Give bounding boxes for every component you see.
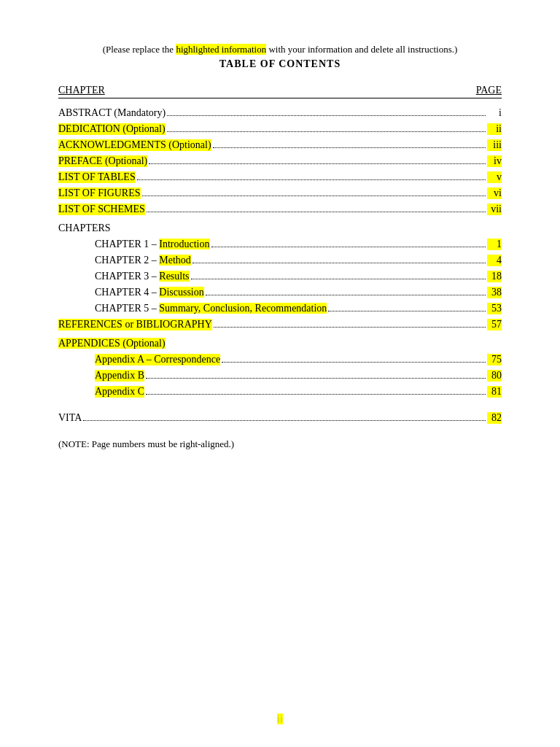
toc-dots-list-schemes	[147, 212, 486, 212]
toc-dots-appendixa	[222, 362, 486, 363]
toc-page-list-tables: v	[487, 171, 502, 183]
toc-dots-acknowledgments	[213, 147, 486, 148]
toc-page-list-figures: vi	[487, 187, 502, 199]
toc-dots-list-figures	[142, 196, 486, 196]
toc-entry-list-tables: LIST OF TABLES v	[58, 171, 502, 183]
toc-label-references: REFERENCES or BIBLIOGRAPHY	[58, 319, 212, 330]
toc-entry-preface: PREFACE (Optional) iv	[58, 155, 502, 167]
toc-page-abstract: i	[487, 107, 502, 119]
toc-label-chapter1-highlight: Introduction	[159, 239, 209, 249]
toc-label-chapter2-highlight: Method	[159, 255, 191, 266]
toc-label-chapter4: CHAPTER 4 – Discussion	[95, 287, 204, 298]
toc-dots-list-tables	[137, 179, 486, 180]
instruction-prefix: (Please replace the	[103, 44, 176, 55]
toc-page-references: 57	[487, 319, 502, 330]
toc-dots-chapter1	[211, 247, 486, 247]
toc-page-acknowledgments: iii	[487, 139, 502, 151]
toc-dots-abstract	[167, 115, 486, 116]
page-footer: ii	[0, 713, 560, 725]
toc-dots-chapter2	[192, 263, 486, 263]
toc-dots-references	[214, 327, 486, 328]
appendices-header: APPENDICES (Optional)	[58, 338, 502, 349]
toc-label-list-figures: LIST OF FIGURES	[58, 187, 141, 199]
toc-label-chapter2: CHAPTER 2 – Method	[95, 255, 191, 266]
page-title: TABLE OF CONTENTS	[58, 58, 502, 70]
toc-label-acknowledgments: ACKNOWLEDGMENTS (Optional)	[58, 139, 211, 151]
toc-label-preface: PREFACE (Optional)	[58, 155, 147, 167]
footer-note: (NOTE: Page numbers must be right-aligne…	[58, 438, 502, 450]
toc-label-chapter3: CHAPTER 3 – Results	[95, 271, 190, 282]
chapters-list: CHAPTER 1 – Introduction 1 CHAPTER 2 – M…	[58, 239, 502, 314]
toc-label-appendixa: Appendix A – Correspondence	[95, 354, 220, 365]
appendices-list: Appendix A – Correspondence 75 Appendix …	[58, 354, 502, 398]
toc-entry-chapter3: CHAPTER 3 – Results 18	[95, 271, 502, 282]
toc-entry-chapter5: CHAPTER 5 – Summary, Conclusion, Recomme…	[95, 303, 502, 314]
toc-page-chapter1: 1	[487, 239, 502, 250]
page-number: ii	[277, 713, 283, 724]
instruction-suffix: with your information and delete all ins…	[266, 44, 457, 55]
toc-page-chapter4: 38	[487, 287, 502, 298]
page: (Please replace the highlighted informat…	[0, 0, 560, 747]
toc-entry-chapter1: CHAPTER 1 – Introduction 1	[95, 239, 502, 250]
toc-entry-appendixc: Appendix C 81	[95, 386, 502, 398]
toc-entry-chapter2: CHAPTER 2 – Method 4	[95, 255, 502, 266]
toc-label-chapter5: CHAPTER 5 – Summary, Conclusion, Recomme…	[95, 303, 327, 314]
toc-page-preface: iv	[487, 155, 502, 167]
toc-page-chapter5: 53	[487, 303, 502, 314]
toc-label-chapter1: CHAPTER 1 – Introduction	[95, 239, 210, 250]
toc-label-vita: VITA	[58, 412, 82, 424]
toc-dots-preface	[149, 163, 486, 164]
toc-label-abstract: ABSTRACT (Mandatory)	[58, 107, 166, 119]
toc-page-appendixb: 80	[487, 370, 502, 382]
toc-dots-appendixb	[146, 378, 486, 379]
toc-entry-dedication: DEDICATION (Optional) ii	[58, 123, 502, 135]
toc-dots-chapter3	[191, 279, 486, 279]
toc-page-appendixa: 75	[487, 354, 502, 365]
toc-entry-chapter4: CHAPTER 4 – Discussion 38	[95, 287, 502, 298]
toc-entry-appendixa: Appendix A – Correspondence 75	[95, 354, 502, 365]
toc-page-dedication: ii	[487, 123, 502, 135]
toc-entry-abstract: ABSTRACT (Mandatory) i	[58, 107, 502, 119]
header-page: PAGE	[476, 85, 502, 96]
instruction-highlight: highlighted information	[176, 44, 266, 55]
toc-dots-chapter4	[206, 295, 486, 295]
toc-entry-appendixb: Appendix B 80	[95, 370, 502, 382]
toc-page-chapter2: 4	[487, 255, 502, 266]
toc-entry-vita: VITA 82	[58, 412, 502, 424]
toc-dots-dedication	[167, 131, 486, 132]
header-chapter: CHAPTER	[58, 85, 105, 96]
appendices-header-text: APPENDICES (Optional)	[58, 338, 166, 349]
toc-label-list-schemes: LIST OF SCHEMES	[58, 204, 145, 215]
toc-dots-appendixc	[146, 394, 486, 395]
toc-entry-list-figures: LIST OF FIGURES vi	[58, 187, 502, 199]
toc-label-dedication: DEDICATION (Optional)	[58, 123, 166, 135]
toc-label-list-tables: LIST OF TABLES	[58, 171, 136, 183]
toc-header: CHAPTER PAGE	[58, 85, 502, 98]
toc-dots-chapter5	[328, 311, 486, 311]
toc-entry-acknowledgments: ACKNOWLEDGMENTS (Optional) iii	[58, 139, 502, 151]
toc-page-list-schemes: vii	[487, 204, 502, 215]
toc-page-chapter3: 18	[487, 271, 502, 282]
toc-entry-references: REFERENCES or BIBLIOGRAPHY 57	[58, 319, 502, 330]
toc-label-appendixc: Appendix C	[95, 386, 144, 398]
toc-dots-vita	[83, 420, 486, 421]
toc-label-chapter4-highlight: Discussion	[159, 287, 203, 298]
toc-page-appendixc: 81	[487, 386, 502, 398]
toc-page-vita: 82	[487, 412, 502, 424]
toc-label-chapter5-highlight: Summary, Conclusion, Recommendation	[159, 303, 327, 314]
toc-label-chapter3-highlight: Results	[159, 271, 189, 282]
toc-entries: ABSTRACT (Mandatory) i DEDICATION (Optio…	[58, 107, 502, 215]
toc-entry-list-schemes: LIST OF SCHEMES vii	[58, 204, 502, 215]
instruction-line: (Please replace the highlighted informat…	[58, 44, 502, 55]
toc-label-appendixb: Appendix B	[95, 370, 144, 382]
chapters-header: CHAPTERS	[58, 222, 502, 234]
